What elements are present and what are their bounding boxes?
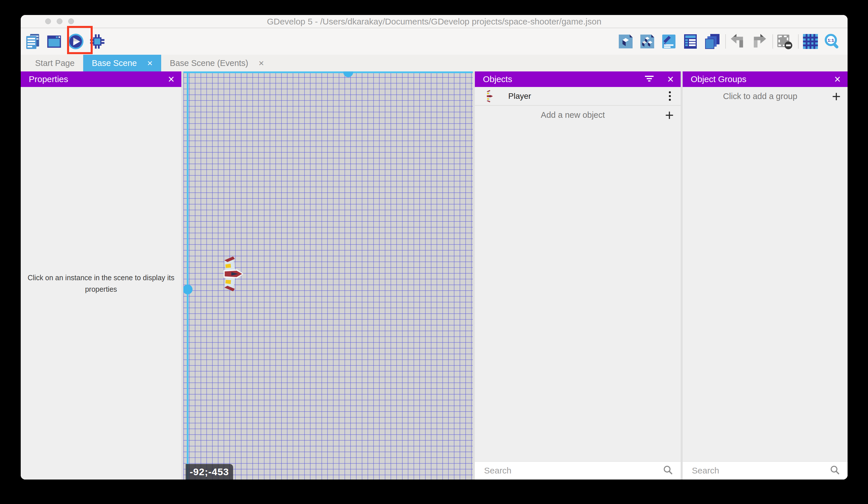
add-group-row[interactable]: Click to add a group + [683, 87, 848, 106]
close-icon[interactable]: × [668, 74, 674, 85]
panel-title: Objects [483, 74, 512, 84]
undo-button[interactable] [729, 33, 746, 50]
tab-base-scene-events[interactable]: Base Scene (Events) × [161, 55, 272, 71]
tab-close-icon[interactable]: × [147, 59, 153, 68]
properties-panel: Properties × Click on an instance in the… [21, 71, 181, 480]
window-title: GDevelop 5 - /Users/dkarakay/Documents/G… [21, 15, 848, 28]
instances-list-icon [682, 33, 699, 50]
groups-search-bar [683, 461, 848, 480]
close-icon[interactable]: × [168, 74, 174, 85]
project-manager-icon [24, 33, 41, 50]
plus-icon: + [832, 89, 841, 104]
add-object-label: Add a new object [483, 110, 663, 120]
tab-label: Base Scene (Events) [170, 59, 248, 68]
open-layers-panel-button[interactable] [704, 33, 720, 50]
objects-panel-icon [618, 33, 634, 50]
open-instances-list-button[interactable] [682, 33, 699, 50]
filter-icon[interactable] [644, 74, 654, 84]
zoom-original-button[interactable]: 1:1 [824, 33, 840, 50]
search-icon [663, 465, 673, 476]
objects-panel: Objects × Player [475, 71, 681, 480]
objects-search-bar [475, 461, 681, 480]
title-bar: GDevelop 5 - /Users/dkarakay/Documents/G… [21, 15, 848, 28]
toggle-grid-button[interactable] [802, 33, 819, 50]
scene-canvas[interactable]: -92;-453 [183, 71, 473, 480]
object-row-player[interactable]: Player [475, 87, 681, 106]
add-group-label: Click to add a group [691, 92, 830, 101]
toggle-mask-icon [776, 33, 793, 50]
toolbar-separator [773, 34, 773, 49]
object-name: Player [508, 92, 669, 101]
toggle-grid-icon [802, 33, 819, 50]
scene-border-handle-left[interactable] [183, 284, 193, 294]
scene-window-icon [46, 33, 62, 50]
close-icon[interactable]: × [834, 74, 841, 85]
editor-tabs: Start Page Base Scene × Base Scene (Even… [21, 55, 848, 71]
player-ship-sprite[interactable] [220, 256, 244, 292]
add-object-row[interactable]: Add a new object + [475, 106, 681, 124]
svg-text:1:1: 1:1 [828, 38, 834, 43]
search-icon [830, 465, 840, 476]
groups-search-input[interactable] [691, 465, 830, 476]
toggle-mask-button[interactable] [776, 33, 793, 50]
editor-content: Properties × Click on an instance in the… [21, 71, 848, 480]
redo-button[interactable] [751, 33, 767, 50]
play-button-highlight [67, 26, 93, 54]
gdevelop-window: GDevelop 5 - /Users/dkarakay/Documents/G… [21, 15, 848, 480]
open-objects-panel-button[interactable] [617, 33, 634, 50]
properties-panel-icon [661, 33, 677, 50]
scene-window-border-left [187, 71, 188, 480]
object-groups-panel-header: Object Groups × [683, 71, 848, 87]
undo-icon [729, 33, 746, 50]
properties-panel-body: Click on an instance in the scene to dis… [21, 87, 181, 480]
open-object-groups-panel-button[interactable] [639, 33, 655, 50]
scene-editor-button[interactable] [46, 33, 62, 50]
plus-icon: + [665, 108, 674, 123]
objects-panel-header: Objects × [475, 71, 681, 87]
layers-panel-icon [704, 33, 720, 50]
open-properties-panel-button[interactable] [661, 33, 677, 50]
player-object-thumbnail [483, 90, 496, 102]
object-groups-panel-icon [639, 33, 655, 50]
object-groups-panel: Object Groups × Click to add a group + [683, 71, 848, 480]
tab-label: Base Scene [92, 59, 137, 68]
tab-close-icon[interactable]: × [259, 59, 264, 68]
cursor-coordinates-tooltip: -92;-453 [186, 464, 233, 480]
tab-start-page[interactable]: Start Page [27, 55, 83, 71]
panel-title: Properties [29, 74, 68, 84]
main-toolbar: 1:1 [21, 28, 848, 55]
project-manager-button[interactable] [24, 33, 41, 50]
redo-icon [751, 33, 767, 50]
more-options-icon[interactable] [669, 91, 671, 101]
tab-base-scene[interactable]: Base Scene × [83, 55, 161, 71]
objects-search-input[interactable] [484, 465, 663, 476]
scene-border-handle-top[interactable] [343, 71, 353, 77]
properties-empty-message: Click on an instance in the scene to dis… [21, 272, 181, 295]
scene-window-border-top [183, 71, 473, 73]
desktop-background: GDevelop 5 - /Users/dkarakay/Documents/G… [0, 0, 868, 504]
tab-label: Start Page [35, 59, 74, 68]
properties-panel-header: Properties × [21, 71, 181, 87]
toolbar-separator [725, 34, 726, 49]
panel-title: Object Groups [691, 74, 746, 84]
zoom-1-1-icon: 1:1 [824, 33, 840, 50]
toolbar-separator [798, 34, 799, 49]
